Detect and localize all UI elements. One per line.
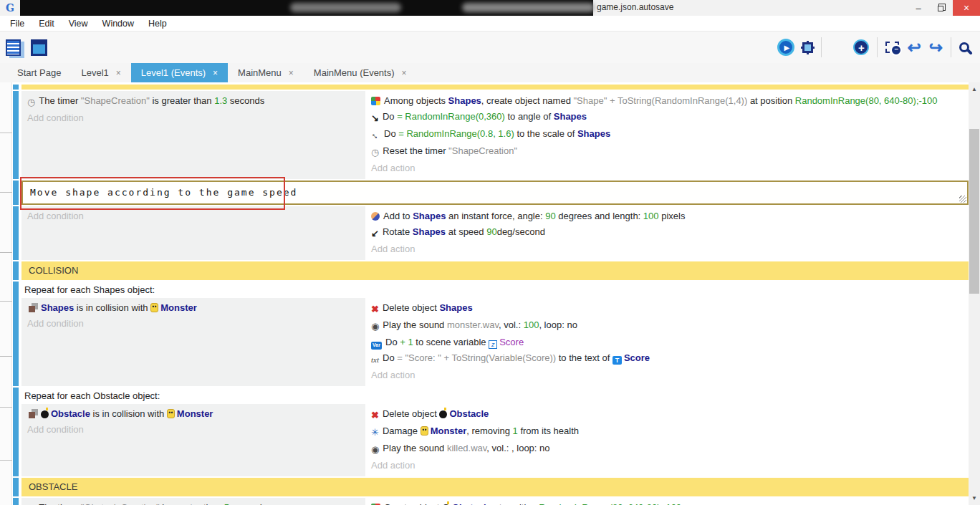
- play-icon[interactable]: ▶: [777, 39, 794, 56]
- menu-item-file[interactable]: File: [3, 19, 32, 29]
- scroll-down-arrow[interactable]: ▼: [969, 493, 980, 504]
- resize-grip-icon[interactable]: [959, 196, 966, 203]
- text-segment: deg/second: [497, 226, 545, 237]
- condition-line[interactable]: Obstacle is in collision with Monster: [27, 406, 360, 422]
- addother-icon[interactable]: +: [853, 39, 869, 55]
- text-segment: , vol.:: [499, 319, 524, 330]
- action-line[interactable]: txtDo = "Score: " + ToString(Variable(Sc…: [371, 350, 963, 367]
- text-segment: to angle of: [505, 111, 554, 122]
- toolbar-separator: [877, 37, 878, 57]
- tab-close-icon[interactable]: ×: [402, 68, 407, 78]
- tab-close-icon[interactable]: ×: [213, 68, 218, 78]
- tab-level1-events-[interactable]: Level1 (Events)×: [131, 63, 228, 82]
- text-segment: killed.wav: [447, 443, 486, 453]
- action-line[interactable]: ◷Reset the timer "ShapeCreation": [371, 143, 963, 160]
- tab-label: MainMenu (Events): [314, 67, 395, 78]
- scroll-up-arrow[interactable]: ▲: [969, 84, 980, 95]
- event-highlight-bar: [13, 498, 19, 505]
- condition-line[interactable]: Shapes is in collision with Monster: [27, 300, 360, 316]
- action-line[interactable]: ✳Damage Monster, removing 1 from its hea…: [371, 423, 963, 441]
- text-segment: Among objects: [384, 95, 448, 106]
- text-segment: RandomInRange(80, 640-80);-100: [539, 502, 681, 505]
- events-gutter: [0, 82, 12, 505]
- text-segment: = "Score: " + ToString(Variable(Score)): [397, 352, 556, 363]
- scrollbar-thumb[interactable]: [969, 129, 979, 294]
- text-segment: is in collision with: [90, 408, 167, 419]
- action-line[interactable]: Among objects Shapes, create object name…: [371, 93, 963, 109]
- action-line[interactable]: ↙Rotate Shapes at speed 90deg/second: [371, 224, 963, 241]
- text-segment: Shapes: [439, 302, 472, 313]
- action-line[interactable]: ↔Do = RandomInRange(0.8, 1.6) to the sca…: [371, 126, 963, 143]
- delete-icon: ✖: [371, 302, 379, 317]
- text-segment: is greater than: [150, 95, 214, 106]
- text-segment: The timer: [39, 95, 81, 106]
- action-line[interactable]: ✖Delete object Obstacle: [371, 406, 963, 423]
- text-segment: to scene variable: [413, 337, 489, 347]
- menu-item-edit[interactable]: Edit: [32, 19, 62, 29]
- section-header[interactable]: COLLISION: [13, 261, 969, 280]
- text-segment: Shapes: [554, 111, 587, 122]
- text-segment: Monster: [431, 425, 467, 436]
- comment-text-input[interactable]: Move shape according to the game speed: [21, 181, 969, 205]
- event-content: Repeat for each Obstacle object:Obstacle…: [21, 388, 969, 476]
- menu-item-view[interactable]: View: [62, 19, 95, 29]
- add-condition-link[interactable]: Add condition: [27, 422, 360, 438]
- section-header[interactable]: OBSTACLE: [13, 478, 969, 496]
- sound-icon: ◉: [371, 443, 379, 457]
- add-action-link[interactable]: Add action: [371, 458, 963, 473]
- scene-icon[interactable]: [31, 39, 47, 56]
- menu-item-help[interactable]: Help: [141, 19, 174, 29]
- tab-mainmenu[interactable]: MainMenu×: [228, 63, 304, 82]
- rotate-icon: ↙: [371, 226, 379, 241]
- action-line[interactable]: Add to Shapes an instant force, angle: 9…: [371, 208, 963, 224]
- redo-icon[interactable]: ↪: [929, 40, 943, 54]
- text-segment: 100: [643, 211, 659, 221]
- debug-icon[interactable]: [802, 42, 813, 53]
- event-row: Obstacle is in collision with MonsterAdd…: [21, 404, 969, 476]
- text-segment: Shapes: [448, 95, 481, 106]
- action-line[interactable]: ✖Delete object Shapes: [371, 300, 963, 317]
- action-line[interactable]: Create object Obstacle at position Rando…: [371, 500, 963, 505]
- tab-close-icon[interactable]: ×: [289, 68, 294, 78]
- tab-mainmenu-events-[interactable]: MainMenu (Events)×: [304, 63, 417, 82]
- action-line[interactable]: ◉Play the sound monster.wav, vol.: 100, …: [371, 317, 963, 335]
- tab-start-page[interactable]: Start Page: [7, 63, 71, 82]
- minimize-button[interactable]: –: [907, 0, 930, 16]
- search-icon[interactable]: [959, 42, 969, 52]
- action-line[interactable]: ↘Do = RandomInRange(0,360) to angle of S…: [371, 109, 963, 126]
- add-action-link[interactable]: Add action: [371, 241, 963, 257]
- repeat-event-header[interactable]: Repeat for each Shapes object:: [21, 282, 969, 298]
- variable-icon: Var: [371, 342, 382, 350]
- add-condition-link[interactable]: Add condition: [27, 110, 360, 126]
- restore-button[interactable]: [930, 0, 953, 16]
- action-line[interactable]: VarDo + 1 to scene variable zScore: [371, 335, 963, 350]
- add-action-link[interactable]: Add action: [371, 160, 963, 176]
- text-segment: is in collision with: [74, 302, 150, 313]
- close-button[interactable]: ×: [953, 0, 980, 16]
- action-line[interactable]: ◉Play the sound killed.wav, vol.: , loop…: [371, 441, 963, 458]
- condition-line[interactable]: ◷The timer "ShapeCreation" is greater th…: [27, 93, 360, 110]
- project-icon[interactable]: [6, 39, 21, 56]
- actions-cell: Create object Obstacle at position Rando…: [365, 498, 969, 505]
- toolbar-separator: [821, 37, 822, 57]
- timer-icon: ◷: [371, 145, 379, 160]
- add-condition-link[interactable]: Add condition: [27, 208, 360, 224]
- condition-line[interactable]: ◷The timer "ObstacleCreation" is greater…: [27, 500, 360, 505]
- text-segment: "ShapeCreation": [448, 145, 517, 156]
- title-bar: G game.json.autosave – ×: [0, 0, 980, 16]
- vertical-scrollbar[interactable]: ▲ ▼: [969, 82, 980, 505]
- tab-close-icon[interactable]: ×: [116, 68, 121, 78]
- delete-icon: ✖: [371, 408, 379, 423]
- add-condition-link[interactable]: Add condition: [27, 316, 360, 332]
- repeat-event-header[interactable]: Repeat for each Obstacle object:: [21, 388, 969, 404]
- event-highlight-bar: [13, 478, 19, 496]
- undo-icon[interactable]: ↩: [907, 40, 921, 54]
- menu-bar: FileEditViewWindowHelp: [0, 16, 980, 32]
- add-action-link[interactable]: Add action: [371, 367, 963, 383]
- angle-icon: ↘: [371, 111, 379, 125]
- menu-item-window[interactable]: Window: [95, 19, 141, 29]
- remove-icon[interactable]: [885, 42, 899, 53]
- comment-event[interactable]: Move shape according to the game speed: [13, 181, 969, 205]
- text-segment: Delete object: [383, 302, 440, 313]
- tab-level1[interactable]: Level1×: [71, 63, 130, 82]
